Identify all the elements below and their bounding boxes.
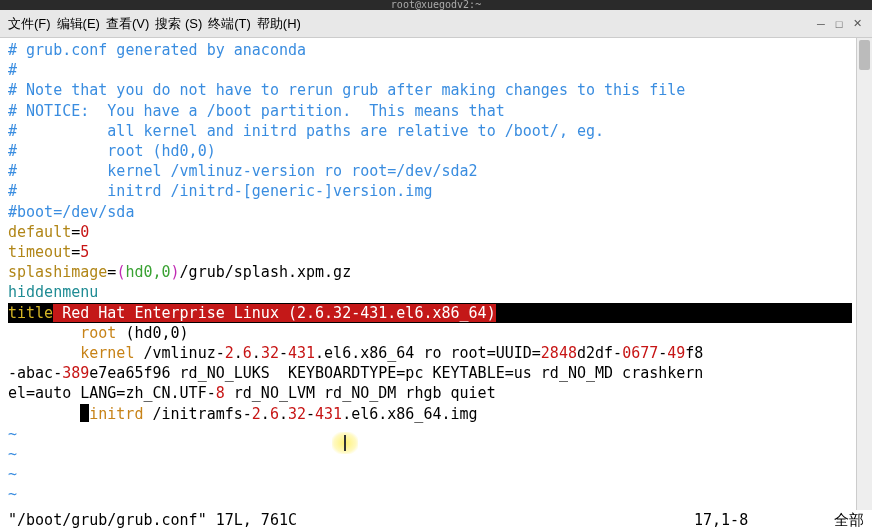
text-buffer[interactable]: # grub.conf generated by anaconda # # No… [0,38,856,530]
splash-keyword: splashimage [8,263,107,281]
tilde-line: ~ [8,425,17,443]
scrollbar-thumb[interactable] [859,40,870,70]
default-value: 0 [80,223,89,241]
maximize-icon[interactable]: □ [832,17,846,31]
tilde-line: ~ [8,445,17,463]
status-fileinfo: "/boot/grub/grub.conf" 17L, 761C [8,511,694,529]
initrd-keyword: initrd [89,405,143,423]
comment-line: # grub.conf generated by anaconda [8,41,306,59]
comment-line: # [8,61,17,79]
window-title: root@xuegodv2:~ [391,0,481,10]
comment-line: # Note that you do not have to rerun gru… [8,81,685,99]
cursor-block [80,404,89,422]
menu-view[interactable]: 查看(V) [106,15,149,33]
tilde-line: ~ [8,465,17,483]
comment-line: # initrd /initrd-[generic-]version.img [8,182,432,200]
kernel-keyword: kernel [80,344,134,362]
title-line: title Red Hat Enterprise Linux (2.6.32-4… [8,303,852,323]
splash-path: /grub/splash.xpm.gz [180,263,352,281]
minimize-icon[interactable]: ─ [814,17,828,31]
editor-area[interactable]: # grub.conf generated by anaconda # # No… [0,38,872,530]
comment-line: # all kernel and initrd paths are relati… [8,122,604,140]
hiddenmenu: hiddenmenu [8,283,98,301]
boot-line: #boot=/dev/sda [8,203,134,221]
menubar: 文件(F) 编辑(E) 查看(V) 搜索 (S) 终端(T) 帮助(H) ─ □… [0,10,872,38]
timeout-value: 5 [80,243,89,261]
close-icon[interactable]: ✕ [850,17,864,31]
status-position: 17,1-8 [694,511,814,529]
title-name: Red Hat Enterprise Linux (2.6.32-431.el6… [53,304,496,322]
tilde-line: ~ [8,485,17,503]
timeout-keyword: timeout [8,243,71,261]
comment-line: # NOTICE: You have a /boot partition. Th… [8,102,505,120]
root-keyword: root [80,324,116,342]
comment-line: # kernel /vmlinuz-version ro root=/dev/s… [8,162,478,180]
default-keyword: default [8,223,71,241]
menu-help[interactable]: 帮助(H) [257,15,301,33]
menu-file[interactable]: 文件(F) [8,15,51,33]
menu-edit[interactable]: 编辑(E) [57,15,100,33]
splash-hd: hd0,0 [125,263,170,281]
window-titlebar: root@xuegodv2:~ [0,0,872,10]
status-percent: 全部 [814,511,864,530]
comment-line: # root (hd0,0) [8,142,216,160]
root-value: (hd0,0) [116,324,188,342]
title-keyword: title [8,304,53,322]
scrollbar[interactable] [856,38,872,530]
status-line: "/boot/grub/grub.conf" 17L, 761C 17,1-8 … [0,510,872,530]
menu-terminal[interactable]: 终端(T) [208,15,251,33]
kernel-path: /vmlinuz- [134,344,224,362]
menu-search[interactable]: 搜索 (S) [155,15,202,33]
paren-close: ) [171,263,180,281]
